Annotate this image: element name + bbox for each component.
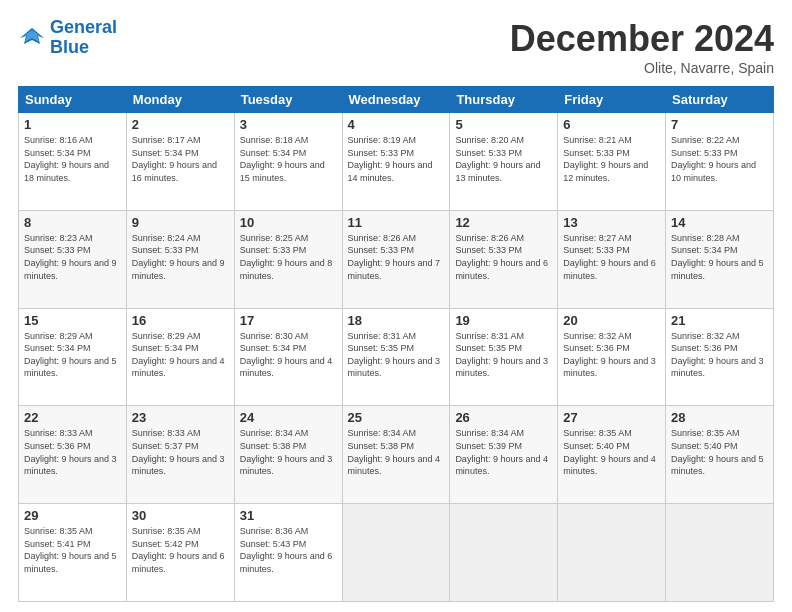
day-info: Sunrise: 8:29 AMSunset: 5:34 PMDaylight:… [24, 330, 121, 380]
logo: General Blue [18, 18, 117, 58]
day-cell-5: 5Sunrise: 8:20 AMSunset: 5:33 PMDaylight… [450, 113, 558, 211]
day-cell-14: 14Sunrise: 8:28 AMSunset: 5:34 PMDayligh… [666, 210, 774, 308]
day-info: Sunrise: 8:22 AMSunset: 5:33 PMDaylight:… [671, 134, 768, 184]
day-cell-27: 27Sunrise: 8:35 AMSunset: 5:40 PMDayligh… [558, 406, 666, 504]
day-cell-15: 15Sunrise: 8:29 AMSunset: 5:34 PMDayligh… [19, 308, 127, 406]
day-number: 21 [671, 313, 768, 328]
title-block: December 2024 Olite, Navarre, Spain [510, 18, 774, 76]
day-cell-20: 20Sunrise: 8:32 AMSunset: 5:36 PMDayligh… [558, 308, 666, 406]
weekday-header-sunday: Sunday [19, 87, 127, 113]
day-info: Sunrise: 8:24 AMSunset: 5:33 PMDaylight:… [132, 232, 229, 282]
day-info: Sunrise: 8:20 AMSunset: 5:33 PMDaylight:… [455, 134, 552, 184]
day-info: Sunrise: 8:23 AMSunset: 5:33 PMDaylight:… [24, 232, 121, 282]
day-number: 1 [24, 117, 121, 132]
day-info: Sunrise: 8:26 AMSunset: 5:33 PMDaylight:… [455, 232, 552, 282]
weekday-header-saturday: Saturday [666, 87, 774, 113]
weekday-header-wednesday: Wednesday [342, 87, 450, 113]
day-info: Sunrise: 8:32 AMSunset: 5:36 PMDaylight:… [563, 330, 660, 380]
day-cell-12: 12Sunrise: 8:26 AMSunset: 5:33 PMDayligh… [450, 210, 558, 308]
day-info: Sunrise: 8:34 AMSunset: 5:39 PMDaylight:… [455, 427, 552, 477]
weekday-header-friday: Friday [558, 87, 666, 113]
day-number: 9 [132, 215, 229, 230]
day-cell-26: 26Sunrise: 8:34 AMSunset: 5:39 PMDayligh… [450, 406, 558, 504]
day-number: 12 [455, 215, 552, 230]
weekday-header-tuesday: Tuesday [234, 87, 342, 113]
day-info: Sunrise: 8:35 AMSunset: 5:42 PMDaylight:… [132, 525, 229, 575]
day-info: Sunrise: 8:28 AMSunset: 5:34 PMDaylight:… [671, 232, 768, 282]
day-number: 16 [132, 313, 229, 328]
day-cell-18: 18Sunrise: 8:31 AMSunset: 5:35 PMDayligh… [342, 308, 450, 406]
day-info: Sunrise: 8:33 AMSunset: 5:37 PMDaylight:… [132, 427, 229, 477]
location: Olite, Navarre, Spain [510, 60, 774, 76]
day-info: Sunrise: 8:27 AMSunset: 5:33 PMDaylight:… [563, 232, 660, 282]
calendar-week-3: 15Sunrise: 8:29 AMSunset: 5:34 PMDayligh… [19, 308, 774, 406]
weekday-header-thursday: Thursday [450, 87, 558, 113]
page: General Blue December 2024 Olite, Navarr… [0, 0, 792, 612]
empty-cell [450, 504, 558, 602]
day-info: Sunrise: 8:29 AMSunset: 5:34 PMDaylight:… [132, 330, 229, 380]
month-title: December 2024 [510, 18, 774, 60]
day-info: Sunrise: 8:34 AMSunset: 5:38 PMDaylight:… [348, 427, 445, 477]
day-cell-7: 7Sunrise: 8:22 AMSunset: 5:33 PMDaylight… [666, 113, 774, 211]
day-cell-31: 31Sunrise: 8:36 AMSunset: 5:43 PMDayligh… [234, 504, 342, 602]
day-info: Sunrise: 8:19 AMSunset: 5:33 PMDaylight:… [348, 134, 445, 184]
day-info: Sunrise: 8:35 AMSunset: 5:40 PMDaylight:… [563, 427, 660, 477]
empty-cell [558, 504, 666, 602]
day-cell-1: 1Sunrise: 8:16 AMSunset: 5:34 PMDaylight… [19, 113, 127, 211]
day-number: 10 [240, 215, 337, 230]
day-number: 20 [563, 313, 660, 328]
day-number: 7 [671, 117, 768, 132]
day-info: Sunrise: 8:31 AMSunset: 5:35 PMDaylight:… [348, 330, 445, 380]
day-info: Sunrise: 8:18 AMSunset: 5:34 PMDaylight:… [240, 134, 337, 184]
day-cell-23: 23Sunrise: 8:33 AMSunset: 5:37 PMDayligh… [126, 406, 234, 504]
calendar-table: SundayMondayTuesdayWednesdayThursdayFrid… [18, 86, 774, 602]
weekday-header-monday: Monday [126, 87, 234, 113]
day-number: 8 [24, 215, 121, 230]
day-cell-8: 8Sunrise: 8:23 AMSunset: 5:33 PMDaylight… [19, 210, 127, 308]
day-info: Sunrise: 8:16 AMSunset: 5:34 PMDaylight:… [24, 134, 121, 184]
logo-bird-icon [18, 24, 46, 52]
day-number: 29 [24, 508, 121, 523]
day-info: Sunrise: 8:25 AMSunset: 5:33 PMDaylight:… [240, 232, 337, 282]
day-info: Sunrise: 8:36 AMSunset: 5:43 PMDaylight:… [240, 525, 337, 575]
day-info: Sunrise: 8:35 AMSunset: 5:40 PMDaylight:… [671, 427, 768, 477]
day-cell-30: 30Sunrise: 8:35 AMSunset: 5:42 PMDayligh… [126, 504, 234, 602]
day-cell-10: 10Sunrise: 8:25 AMSunset: 5:33 PMDayligh… [234, 210, 342, 308]
day-number: 24 [240, 410, 337, 425]
day-cell-21: 21Sunrise: 8:32 AMSunset: 5:36 PMDayligh… [666, 308, 774, 406]
day-number: 27 [563, 410, 660, 425]
day-cell-4: 4Sunrise: 8:19 AMSunset: 5:33 PMDaylight… [342, 113, 450, 211]
day-info: Sunrise: 8:35 AMSunset: 5:41 PMDaylight:… [24, 525, 121, 575]
day-info: Sunrise: 8:21 AMSunset: 5:33 PMDaylight:… [563, 134, 660, 184]
day-cell-16: 16Sunrise: 8:29 AMSunset: 5:34 PMDayligh… [126, 308, 234, 406]
day-number: 30 [132, 508, 229, 523]
day-number: 31 [240, 508, 337, 523]
day-number: 26 [455, 410, 552, 425]
day-cell-17: 17Sunrise: 8:30 AMSunset: 5:34 PMDayligh… [234, 308, 342, 406]
day-cell-29: 29Sunrise: 8:35 AMSunset: 5:41 PMDayligh… [19, 504, 127, 602]
day-number: 18 [348, 313, 445, 328]
day-cell-3: 3Sunrise: 8:18 AMSunset: 5:34 PMDaylight… [234, 113, 342, 211]
day-number: 25 [348, 410, 445, 425]
day-number: 14 [671, 215, 768, 230]
day-cell-2: 2Sunrise: 8:17 AMSunset: 5:34 PMDaylight… [126, 113, 234, 211]
day-number: 5 [455, 117, 552, 132]
day-number: 13 [563, 215, 660, 230]
day-number: 2 [132, 117, 229, 132]
calendar-header-row: SundayMondayTuesdayWednesdayThursdayFrid… [19, 87, 774, 113]
empty-cell [666, 504, 774, 602]
day-cell-13: 13Sunrise: 8:27 AMSunset: 5:33 PMDayligh… [558, 210, 666, 308]
calendar-week-5: 29Sunrise: 8:35 AMSunset: 5:41 PMDayligh… [19, 504, 774, 602]
day-cell-19: 19Sunrise: 8:31 AMSunset: 5:35 PMDayligh… [450, 308, 558, 406]
logo-text: General Blue [50, 18, 117, 58]
day-info: Sunrise: 8:33 AMSunset: 5:36 PMDaylight:… [24, 427, 121, 477]
day-number: 15 [24, 313, 121, 328]
day-number: 6 [563, 117, 660, 132]
day-info: Sunrise: 8:31 AMSunset: 5:35 PMDaylight:… [455, 330, 552, 380]
day-cell-28: 28Sunrise: 8:35 AMSunset: 5:40 PMDayligh… [666, 406, 774, 504]
day-cell-25: 25Sunrise: 8:34 AMSunset: 5:38 PMDayligh… [342, 406, 450, 504]
day-number: 23 [132, 410, 229, 425]
day-number: 22 [24, 410, 121, 425]
day-number: 19 [455, 313, 552, 328]
day-number: 11 [348, 215, 445, 230]
